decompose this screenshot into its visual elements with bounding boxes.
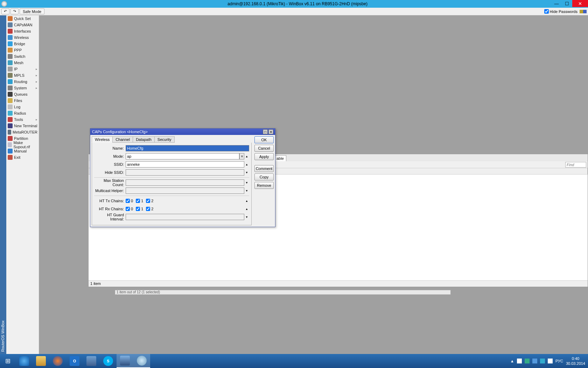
menu-item-interfaces[interactable]: Interfaces (6, 28, 39, 34)
maximize-button[interactable]: ☐ (562, 0, 572, 7)
htgi-expand-icon[interactable]: ▼ (244, 214, 249, 220)
menu-label: Exit (14, 155, 20, 159)
taskbar-ie[interactable] (16, 354, 33, 368)
menu-label: Manual (14, 149, 27, 153)
menu-item-metarouter[interactable]: MetaROUTER (6, 129, 39, 135)
remove-button[interactable]: Remove (254, 182, 274, 189)
menu-label: Routing (14, 80, 27, 84)
tray-lang[interactable]: РУС (555, 359, 563, 363)
menu-item-ip[interactable]: IP▸ (6, 66, 39, 72)
menu-item-bridge[interactable]: Bridge (6, 41, 39, 47)
htrx-chain0[interactable]: 0 (126, 207, 133, 211)
dialog-max-button[interactable]: □ (263, 129, 268, 134)
multicast-expand-icon[interactable]: ▼ (244, 188, 249, 194)
caps-config-dialog: CAPs Configuration <HomeCfg> □ ✕ Wireles… (90, 128, 275, 227)
menu-item-new-terminal[interactable]: New Terminal (6, 123, 39, 129)
redo-button[interactable]: ↷ (10, 8, 19, 14)
mode-dropdown-icon[interactable]: ∓ (239, 153, 244, 159)
taskbar-app1[interactable] (83, 354, 100, 368)
menu-item-exit[interactable]: Exit (6, 154, 39, 161)
htgi-input[interactable] (126, 214, 244, 220)
hide-passwords-checkbox[interactable]: Hide Passwords (544, 9, 578, 14)
tab-channel[interactable]: Channel (112, 136, 133, 143)
ok-button[interactable]: OK (254, 136, 274, 143)
tray-up-icon[interactable]: ▲ (510, 359, 514, 363)
window-titlebar: admin@192.168.0.1 (MikroTik) - WinBox v6… (0, 0, 588, 8)
ssid-collapse-icon[interactable]: ▲ (244, 161, 249, 168)
menu-item-capsman[interactable]: CAPsMAN (6, 22, 39, 28)
htrx-chain2[interactable]: 2 (146, 207, 153, 211)
menu-item-quick-set[interactable]: Quick Set (6, 15, 39, 22)
taskbar-outlook[interactable]: O (66, 354, 83, 368)
httx-chain0[interactable]: 0 (126, 199, 133, 203)
cancel-button[interactable]: Cancel (254, 145, 274, 152)
menu-item-routing[interactable]: Routing▸ (6, 79, 39, 85)
max-station-input[interactable] (126, 179, 244, 186)
menu-icon (8, 60, 13, 65)
taskbar-skype[interactable]: S (100, 354, 117, 368)
hide-ssid-input[interactable] (126, 169, 244, 176)
menu-label: Quick Set (14, 16, 31, 21)
tray-sound-icon[interactable] (548, 359, 553, 363)
menu-label: New Terminal (14, 124, 37, 128)
menu-item-tools[interactable]: Tools▸ (6, 116, 39, 123)
htrx-collapse-icon[interactable]: ▲ (244, 206, 249, 212)
multicast-input[interactable] (126, 188, 244, 194)
taskbar-winbox[interactable] (117, 354, 133, 368)
tray-net-icon[interactable] (525, 359, 530, 363)
max-station-expand-icon[interactable]: ▼ (244, 179, 249, 186)
taskbar-firefox[interactable] (49, 354, 66, 368)
dialog-close-button[interactable]: ✕ (268, 129, 273, 134)
submenu-arrow-icon: ▸ (36, 80, 37, 83)
dialog-titlebar[interactable]: CAPs Configuration <HomeCfg> □ ✕ (90, 129, 275, 135)
httx-chain1[interactable]: 1 (136, 199, 143, 203)
lock-icon (580, 10, 583, 13)
menu-label: Files (14, 98, 22, 103)
taskbar-explorer[interactable] (33, 354, 49, 368)
apply-button[interactable]: Apply (254, 153, 274, 160)
menu-icon (8, 104, 13, 109)
hide-ssid-expand-icon[interactable]: ▼ (244, 169, 249, 176)
menu-icon (8, 117, 13, 122)
htrx-chain1[interactable]: 1 (136, 207, 143, 211)
menu-item-queues[interactable]: Queues (6, 91, 39, 97)
httx-chain2[interactable]: 2 (146, 199, 153, 203)
tab-partial[interactable]: able (274, 155, 286, 161)
httx-label: HT Tx Chains: (94, 199, 126, 203)
undo-button[interactable]: ↶ (1, 8, 9, 14)
tab-datapath[interactable]: Datapath (133, 136, 155, 143)
taskbar-app2[interactable] (133, 354, 150, 368)
menu-item-files[interactable]: Files (6, 97, 39, 104)
menu-item-log[interactable]: Log (6, 104, 39, 110)
tab-wireless[interactable]: Wireless (92, 136, 113, 143)
multicast-label: Multicast Helper: (94, 189, 126, 193)
menu-icon (8, 142, 12, 147)
close-button[interactable]: ✕ (572, 0, 588, 7)
safe-mode-button[interactable]: Safe Mode (20, 8, 44, 14)
ssid-input[interactable] (126, 161, 244, 168)
menu-item-ppp[interactable]: PPP (6, 47, 39, 53)
start-button[interactable]: ⊞ (0, 354, 16, 368)
tab-security[interactable]: Security (154, 136, 175, 143)
mode-label: Mode: (94, 154, 126, 158)
menu-item-mpls[interactable]: MPLS▸ (6, 72, 39, 79)
mode-collapse-icon[interactable]: ▲ (244, 153, 249, 159)
tray-icon3[interactable] (532, 359, 537, 363)
menu-item-mesh[interactable]: Mesh (6, 60, 39, 66)
find-input[interactable] (565, 162, 586, 168)
menu-item-radius[interactable]: Radius (6, 110, 39, 116)
menu-item-make-supout-rif[interactable]: Make Supout.rif (6, 142, 39, 148)
tray-clock[interactable]: 0:40 30.03.2014 (566, 356, 585, 366)
menu-item-wireless[interactable]: Wireless (6, 34, 39, 41)
menu-item-switch[interactable]: Switch (6, 53, 39, 60)
minimize-button[interactable]: — (551, 0, 562, 7)
tray-icon4[interactable] (540, 359, 545, 363)
httx-collapse-icon[interactable]: ▲ (244, 198, 249, 204)
name-input[interactable] (126, 145, 249, 151)
copy-button[interactable]: Copy (254, 173, 274, 180)
menu-item-system[interactable]: System▸ (6, 85, 39, 91)
comment-button[interactable]: Comment (254, 165, 274, 172)
tray-flag-icon[interactable] (517, 359, 522, 363)
mode-input[interactable] (126, 153, 239, 159)
menu-label: Wireless (14, 35, 29, 40)
